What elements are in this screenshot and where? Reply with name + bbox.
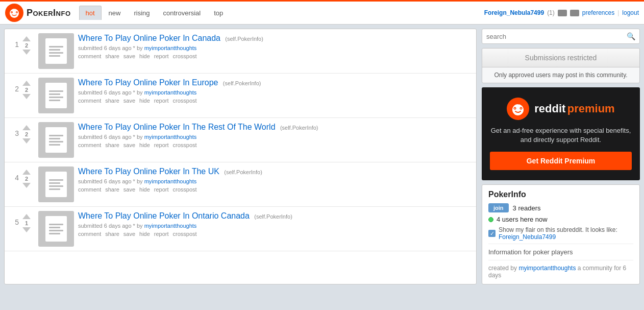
username[interactable]: Foreign_Nebula7499 xyxy=(484,9,544,16)
flair-username[interactable]: Foreign_Nebula7499 xyxy=(499,233,556,241)
tab-controversial[interactable]: controversial xyxy=(157,6,207,20)
post-title[interactable]: Where To Play Online Poker In Canada xyxy=(78,34,220,42)
submissions-restricted-box: Submissions restricted Only approved use… xyxy=(482,48,640,83)
post-title[interactable]: Where To Play Online Poker In Ontario Ca… xyxy=(78,211,250,220)
crosspost-action[interactable]: crosspost xyxy=(173,53,197,59)
share-action[interactable]: share xyxy=(105,98,119,104)
save-action[interactable]: save xyxy=(123,98,135,104)
search-icon[interactable]: 🔍 xyxy=(627,32,635,40)
creator-link[interactable]: myimportantthoughts xyxy=(518,265,576,272)
share-action[interactable]: share xyxy=(105,142,119,148)
upvote-button[interactable] xyxy=(22,214,31,219)
join-button[interactable]: join xyxy=(488,203,509,212)
comment-action[interactable]: comment xyxy=(78,53,101,59)
post-title[interactable]: Where To Play Online Poker In Europe xyxy=(78,78,218,87)
post-author[interactable]: myimportantthoughts xyxy=(144,45,197,51)
report-action[interactable]: report xyxy=(154,142,169,148)
report-action[interactable]: report xyxy=(154,231,169,237)
post-thumbnail xyxy=(38,166,74,202)
vote-column: 2 xyxy=(19,166,34,188)
downvote-button[interactable] xyxy=(22,227,31,232)
downvote-button[interactable] xyxy=(22,50,31,55)
post-meta: submitted 6 days ago * by myimportanttho… xyxy=(78,134,472,140)
post-author[interactable]: myimportantthoughts xyxy=(144,223,197,229)
share-action[interactable]: share xyxy=(105,53,119,59)
subreddit-name: PokerInfo xyxy=(27,8,71,18)
share-action[interactable]: share xyxy=(105,186,119,193)
post-row: 4 2 Where To Play Online Pok xyxy=(5,162,476,207)
vote-count: 2 xyxy=(25,131,28,137)
post-meta: submitted 6 days ago * by myimportanttho… xyxy=(78,223,472,229)
crosspost-action[interactable]: crosspost xyxy=(173,98,197,104)
comment-action[interactable]: comment xyxy=(78,231,101,237)
vote-column: 1 xyxy=(19,211,34,232)
report-action[interactable]: report xyxy=(154,53,169,59)
post-title[interactable]: Where To Play Online Poker In The Rest O… xyxy=(78,123,276,131)
online-text: 4 users here now xyxy=(497,216,548,223)
preferences-link[interactable]: preferences xyxy=(582,9,614,16)
post-row: 3 2 Where To Play Online Pok xyxy=(5,118,476,162)
tab-top[interactable]: top xyxy=(208,6,229,20)
tab-new[interactable]: new xyxy=(103,6,127,20)
save-action[interactable]: save xyxy=(123,231,135,237)
search-input[interactable] xyxy=(486,33,625,40)
post-title[interactable]: Where To Play Online Poker In The UK xyxy=(78,167,219,176)
crosspost-action[interactable]: crosspost xyxy=(173,142,197,148)
save-action[interactable]: save xyxy=(123,53,135,59)
comment-action[interactable]: comment xyxy=(78,98,101,104)
flair-checkbox[interactable]: ✓ xyxy=(488,230,496,237)
hide-action[interactable]: hide xyxy=(139,53,150,59)
share-action[interactable]: share xyxy=(105,231,119,237)
post-meta: submitted 6 days ago * by myimportanttho… xyxy=(78,45,472,51)
hide-action[interactable]: hide xyxy=(139,231,150,237)
mail-icon[interactable] xyxy=(558,10,567,16)
community-title: PokerInfo xyxy=(488,190,633,199)
premium-subtitle-word: premium xyxy=(567,102,615,115)
upvote-button[interactable] xyxy=(22,81,31,86)
vote-column: 2 xyxy=(19,33,34,55)
get-premium-button[interactable]: Get Reddit Premium xyxy=(490,152,632,170)
created-label: created by xyxy=(488,265,517,272)
hide-action[interactable]: hide xyxy=(139,142,150,148)
report-action[interactable]: report xyxy=(154,186,169,193)
header: PokerInfo hot new rising controversial t… xyxy=(0,0,644,25)
hide-action[interactable]: hide xyxy=(139,98,150,104)
post-thumbnail xyxy=(38,78,74,113)
post-domain: (self.PokerInfo) xyxy=(280,125,318,131)
crosspost-action[interactable]: crosspost xyxy=(173,231,197,237)
upvote-button[interactable] xyxy=(22,36,31,41)
post-author[interactable]: myimportantthoughts xyxy=(144,89,197,96)
downvote-button[interactable] xyxy=(22,183,31,188)
downvote-button[interactable] xyxy=(22,94,31,99)
comment-action[interactable]: comment xyxy=(78,142,101,148)
upvote-button[interactable] xyxy=(22,170,31,175)
upvote-button[interactable] xyxy=(22,125,31,130)
comment-action[interactable]: comment xyxy=(78,186,101,193)
chat-icon[interactable] xyxy=(570,10,579,16)
join-row: join 3 readers xyxy=(488,203,633,212)
logout-link[interactable]: logout xyxy=(622,9,639,16)
hide-action[interactable]: hide xyxy=(139,186,150,193)
report-action[interactable]: report xyxy=(154,98,169,104)
tab-rising[interactable]: rising xyxy=(128,6,156,20)
premium-title-area: reddit premium xyxy=(534,102,614,115)
vote-column: 2 xyxy=(19,122,34,144)
reddit-logo-icon xyxy=(5,4,23,22)
premium-box: reddit premium Get an ad-free experience… xyxy=(482,87,640,180)
save-action[interactable]: save xyxy=(123,186,135,193)
main-content: 1 2 Where To Play Online Pok xyxy=(0,25,644,289)
post-rank: 5 xyxy=(5,211,19,226)
logo-area: PokerInfo xyxy=(5,4,71,22)
premium-description: Get an ad-free experience with special b… xyxy=(490,126,632,145)
save-action[interactable]: save xyxy=(123,142,135,148)
submissions-info-text: Only approved users may post in this com… xyxy=(482,67,639,83)
post-actions: comment share save hide report crosspost xyxy=(78,186,472,193)
tab-hot[interactable]: hot xyxy=(79,6,102,20)
post-actions: comment share save hide report crosspost xyxy=(78,98,472,104)
post-author[interactable]: myimportantthoughts xyxy=(144,134,197,140)
post-thumbnail xyxy=(38,211,74,247)
vote-count: 1 xyxy=(25,220,28,226)
downvote-button[interactable] xyxy=(22,138,31,144)
post-author[interactable]: myimportantthoughts xyxy=(144,178,197,184)
crosspost-action[interactable]: crosspost xyxy=(173,186,197,193)
